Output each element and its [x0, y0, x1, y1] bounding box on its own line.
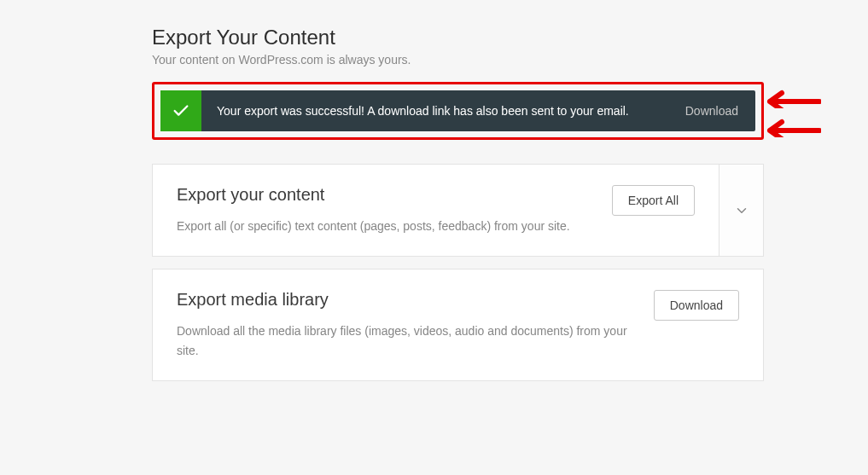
- expand-toggle[interactable]: [719, 164, 764, 257]
- download-link[interactable]: Download: [668, 90, 755, 131]
- card-description: Download all the media library files (im…: [177, 321, 637, 360]
- export-page: Export Your Content Your content on Word…: [0, 0, 764, 381]
- export-content-card: Export your content Export all (or speci…: [152, 164, 764, 257]
- page-subtitle: Your content on WordPress.com is always …: [152, 53, 764, 67]
- card-title: Export your content: [177, 185, 595, 205]
- annotation-arrow-icon: [761, 112, 821, 137]
- card-description: Export all (or specific) text content (p…: [177, 217, 595, 235]
- annotation-arrow-icon: [761, 83, 821, 108]
- export-media-card: Export media library Download all the me…: [152, 269, 764, 381]
- annotation-highlight: Your export was successful! A download l…: [152, 82, 764, 140]
- export-all-button[interactable]: Export All: [612, 185, 695, 216]
- success-notice: Your export was successful! A download l…: [160, 90, 755, 131]
- card-title: Export media library: [177, 290, 637, 310]
- check-icon: [160, 90, 201, 131]
- notice-message: Your export was successful! A download l…: [201, 90, 668, 131]
- chevron-down-icon: [734, 203, 749, 218]
- download-media-button[interactable]: Download: [654, 290, 739, 321]
- page-title: Export Your Content: [152, 26, 764, 49]
